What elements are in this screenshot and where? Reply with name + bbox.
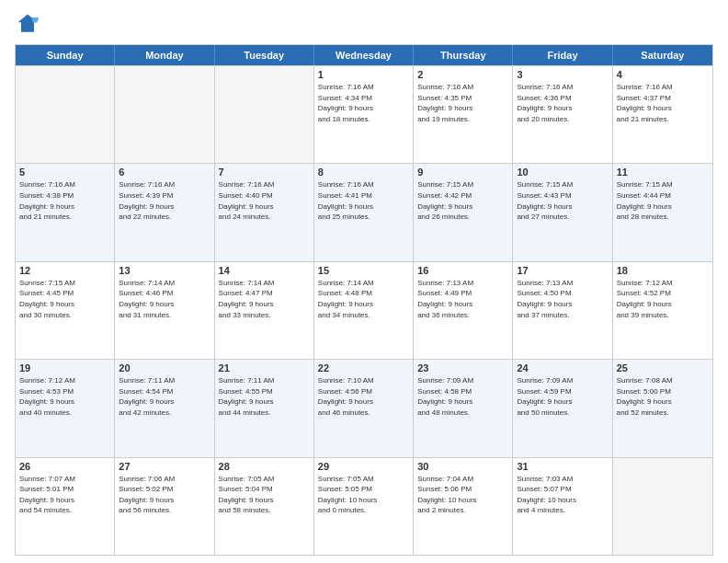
day-number: 17 — [517, 265, 608, 276]
day-number: 5 — [19, 167, 110, 178]
day-info: Sunrise: 7:04 AMSunset: 5:06 PMDaylight:… — [417, 474, 508, 516]
day-info: Sunrise: 7:15 AMSunset: 4:44 PMDaylight:… — [617, 179, 709, 222]
day-info: Sunrise: 7:15 AMSunset: 4:43 PMDaylight:… — [517, 179, 608, 222]
day-info: Sunrise: 7:07 AMSunset: 5:01 PMDaylight:… — [19, 474, 110, 516]
day-info: Sunrise: 7:15 AMSunset: 4:45 PMDaylight:… — [19, 278, 110, 320]
day-cell-17: 17Sunrise: 7:13 AMSunset: 4:50 PMDayligh… — [513, 262, 612, 359]
day-info: Sunrise: 7:16 AMSunset: 4:41 PMDaylight:… — [318, 179, 409, 222]
day-number: 15 — [318, 265, 409, 276]
day-info: Sunrise: 7:11 AMSunset: 4:55 PMDaylight:… — [219, 375, 310, 418]
header-day-thursday: Thursday — [414, 45, 513, 65]
day-cell-25: 25Sunrise: 7:08 AMSunset: 5:00 PMDayligh… — [613, 360, 712, 456]
day-number: 30 — [417, 461, 508, 472]
day-cell-22: 22Sunrise: 7:10 AMSunset: 4:56 PMDayligh… — [314, 360, 414, 456]
day-cell-13: 13Sunrise: 7:14 AMSunset: 4:46 PMDayligh… — [115, 262, 214, 359]
day-number: 12 — [19, 265, 110, 276]
day-number: 20 — [119, 362, 210, 373]
day-info: Sunrise: 7:09 AMSunset: 4:58 PMDaylight:… — [417, 375, 508, 418]
day-cell-31: 31Sunrise: 7:03 AMSunset: 5:07 PMDayligh… — [513, 458, 612, 555]
day-number: 4 — [617, 69, 709, 80]
calendar: SundayMondayTuesdayWednesdayThursdayFrid… — [15, 44, 713, 556]
header-day-monday: Monday — [115, 45, 214, 65]
day-number: 23 — [417, 362, 508, 373]
header-day-sunday: Sunday — [16, 45, 115, 65]
day-number: 7 — [219, 167, 310, 178]
day-number: 21 — [219, 362, 310, 373]
day-number: 28 — [219, 461, 310, 472]
empty-cell — [613, 458, 712, 555]
day-info: Sunrise: 7:16 AMSunset: 4:38 PMDaylight:… — [19, 179, 110, 222]
day-info: Sunrise: 7:08 AMSunset: 5:00 PMDaylight:… — [617, 375, 709, 418]
day-info: Sunrise: 7:14 AMSunset: 4:47 PMDaylight:… — [219, 278, 310, 320]
day-info: Sunrise: 7:15 AMSunset: 4:42 PMDaylight:… — [417, 179, 508, 222]
day-info: Sunrise: 7:10 AMSunset: 4:56 PMDaylight:… — [318, 375, 409, 418]
day-cell-7: 7Sunrise: 7:16 AMSunset: 4:40 PMDaylight… — [215, 164, 314, 260]
day-cell-26: 26Sunrise: 7:07 AMSunset: 5:01 PMDayligh… — [16, 458, 115, 555]
calendar-row-4: 19Sunrise: 7:12 AMSunset: 4:53 PMDayligh… — [16, 359, 712, 456]
calendar-row-2: 5Sunrise: 7:16 AMSunset: 4:38 PMDaylight… — [16, 163, 712, 260]
day-number: 9 — [417, 167, 508, 178]
day-number: 8 — [318, 167, 409, 178]
page: SundayMondayTuesdayWednesdayThursdayFrid… — [0, 0, 728, 563]
day-number: 25 — [617, 362, 709, 373]
day-cell-21: 21Sunrise: 7:11 AMSunset: 4:55 PMDayligh… — [215, 360, 314, 456]
day-info: Sunrise: 7:05 AMSunset: 5:04 PMDaylight:… — [219, 474, 310, 516]
day-cell-30: 30Sunrise: 7:04 AMSunset: 5:06 PMDayligh… — [414, 458, 513, 555]
day-cell-10: 10Sunrise: 7:15 AMSunset: 4:43 PMDayligh… — [513, 164, 612, 260]
day-number: 26 — [19, 461, 110, 472]
day-number: 11 — [617, 167, 709, 178]
day-info: Sunrise: 7:16 AMSunset: 4:37 PMDaylight:… — [617, 82, 709, 124]
day-number: 18 — [617, 265, 709, 276]
calendar-header: SundayMondayTuesdayWednesdayThursdayFrid… — [16, 45, 712, 65]
day-cell-8: 8Sunrise: 7:16 AMSunset: 4:41 PMDaylight… — [314, 164, 414, 260]
day-info: Sunrise: 7:12 AMSunset: 4:52 PMDaylight:… — [617, 278, 709, 320]
header-day-tuesday: Tuesday — [215, 45, 314, 65]
day-cell-27: 27Sunrise: 7:06 AMSunset: 5:02 PMDayligh… — [115, 458, 214, 555]
day-number: 22 — [318, 362, 409, 373]
day-cell-24: 24Sunrise: 7:09 AMSunset: 4:59 PMDayligh… — [513, 360, 612, 456]
logo — [15, 11, 44, 37]
day-info: Sunrise: 7:11 AMSunset: 4:54 PMDaylight:… — [119, 375, 210, 418]
day-cell-12: 12Sunrise: 7:15 AMSunset: 4:45 PMDayligh… — [16, 262, 115, 359]
day-cell-15: 15Sunrise: 7:14 AMSunset: 4:48 PMDayligh… — [314, 262, 414, 359]
day-info: Sunrise: 7:09 AMSunset: 4:59 PMDaylight:… — [517, 375, 608, 418]
calendar-body: 1Sunrise: 7:16 AMSunset: 4:34 PMDaylight… — [16, 65, 712, 555]
day-number: 1 — [318, 69, 409, 80]
header-day-saturday: Saturday — [613, 45, 712, 65]
calendar-row-1: 1Sunrise: 7:16 AMSunset: 4:34 PMDaylight… — [16, 65, 712, 163]
day-cell-1: 1Sunrise: 7:16 AMSunset: 4:34 PMDaylight… — [314, 66, 414, 163]
day-number: 29 — [318, 461, 409, 472]
day-cell-5: 5Sunrise: 7:16 AMSunset: 4:38 PMDaylight… — [16, 164, 115, 260]
day-number: 19 — [19, 362, 110, 373]
day-cell-19: 19Sunrise: 7:12 AMSunset: 4:53 PMDayligh… — [16, 360, 115, 456]
day-info: Sunrise: 7:14 AMSunset: 4:48 PMDaylight:… — [318, 278, 409, 320]
day-cell-9: 9Sunrise: 7:15 AMSunset: 4:42 PMDaylight… — [414, 164, 513, 260]
day-cell-3: 3Sunrise: 7:16 AMSunset: 4:36 PMDaylight… — [513, 66, 612, 163]
day-cell-14: 14Sunrise: 7:14 AMSunset: 4:47 PMDayligh… — [215, 262, 314, 359]
header-day-wednesday: Wednesday — [314, 45, 414, 65]
empty-cell — [115, 66, 214, 163]
day-info: Sunrise: 7:16 AMSunset: 4:34 PMDaylight:… — [318, 82, 409, 124]
day-info: Sunrise: 7:05 AMSunset: 5:05 PMDaylight:… — [318, 474, 409, 516]
day-number: 16 — [417, 265, 508, 276]
day-info: Sunrise: 7:03 AMSunset: 5:07 PMDaylight:… — [517, 474, 608, 516]
day-cell-6: 6Sunrise: 7:16 AMSunset: 4:39 PMDaylight… — [115, 164, 214, 260]
day-info: Sunrise: 7:16 AMSunset: 4:35 PMDaylight:… — [417, 82, 508, 124]
day-cell-20: 20Sunrise: 7:11 AMSunset: 4:54 PMDayligh… — [115, 360, 214, 456]
svg-marker-0 — [18, 15, 38, 32]
logo-icon — [15, 11, 40, 37]
calendar-row-3: 12Sunrise: 7:15 AMSunset: 4:45 PMDayligh… — [16, 261, 712, 359]
day-number: 6 — [119, 167, 210, 178]
day-info: Sunrise: 7:14 AMSunset: 4:46 PMDaylight:… — [119, 278, 210, 320]
day-info: Sunrise: 7:13 AMSunset: 4:49 PMDaylight:… — [417, 278, 508, 320]
header — [15, 11, 713, 37]
day-cell-28: 28Sunrise: 7:05 AMSunset: 5:04 PMDayligh… — [215, 458, 314, 555]
day-cell-11: 11Sunrise: 7:15 AMSunset: 4:44 PMDayligh… — [613, 164, 712, 260]
day-cell-29: 29Sunrise: 7:05 AMSunset: 5:05 PMDayligh… — [314, 458, 414, 555]
header-day-friday: Friday — [513, 45, 612, 65]
day-info: Sunrise: 7:13 AMSunset: 4:50 PMDaylight:… — [517, 278, 608, 320]
day-number: 14 — [219, 265, 310, 276]
day-cell-16: 16Sunrise: 7:13 AMSunset: 4:49 PMDayligh… — [414, 262, 513, 359]
day-number: 2 — [417, 69, 508, 80]
day-number: 3 — [517, 69, 608, 80]
